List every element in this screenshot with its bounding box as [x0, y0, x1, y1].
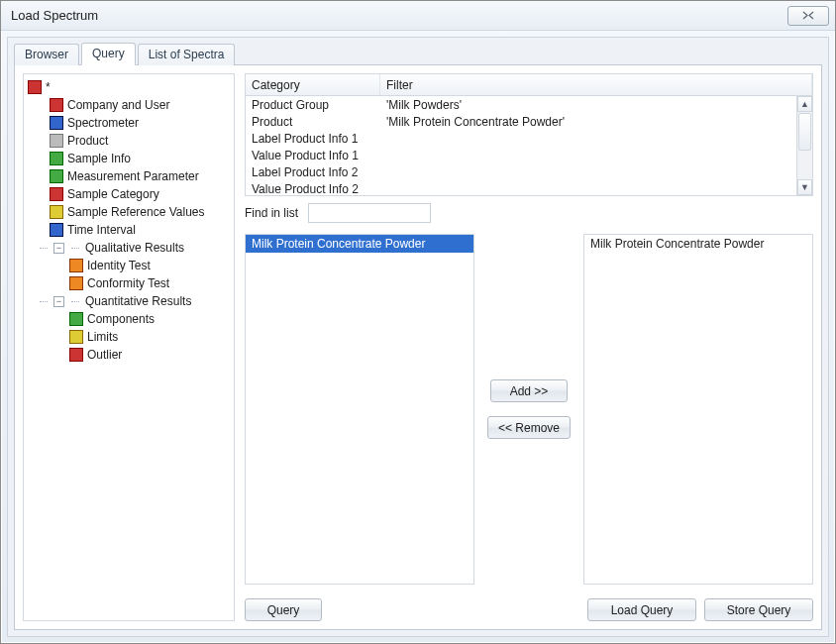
tree-item-label: Company and User — [67, 98, 169, 112]
filter-table-body: Product Group'Milk Powders'Product'Milk … — [246, 96, 796, 195]
filter-row[interactable]: Product'Milk Protein Concentrate Powder' — [246, 113, 796, 130]
filter-row[interactable]: Label Product Info 1 — [246, 130, 796, 147]
tree-group-qualitative-label: Qualitative Results — [85, 241, 184, 255]
right-pane: Category Filter Product Group'Milk Powde… — [245, 73, 813, 621]
client-area: Browser Query List of Spectra * Company … — [7, 37, 829, 637]
tree-item-icon — [69, 276, 83, 290]
scroll-down-icon[interactable]: ▼ — [797, 179, 812, 195]
filter-cell-category: Value Product Info 1 — [246, 149, 380, 162]
tree-item-icon — [69, 312, 83, 326]
list-item[interactable]: Milk Protein Concentrate Powder — [246, 235, 473, 253]
tree-item-qualitative-1[interactable]: Conformity Test — [26, 274, 232, 292]
filter-row[interactable]: Value Product Info 2 — [246, 180, 796, 195]
tree-item-label: Limits — [87, 330, 118, 344]
tabstrip: Browser Query List of Spectra — [14, 44, 822, 65]
filter-cell-filter: 'Milk Protein Concentrate Powder' — [380, 115, 796, 129]
tree-item-label: Sample Reference Values — [67, 205, 205, 219]
close-button[interactable] — [787, 6, 829, 26]
filter-table-scrollbar[interactable]: ▲ ▼ — [796, 96, 812, 195]
selected-list[interactable]: Milk Protein Concentrate Powder — [583, 234, 813, 585]
tree-item-icon — [50, 169, 63, 183]
list-item[interactable]: Milk Protein Concentrate Powder — [584, 235, 812, 253]
filter-row[interactable]: Label Product Info 2 — [246, 163, 796, 180]
find-row: Find in list — [245, 202, 813, 224]
add-button[interactable]: Add >> — [490, 379, 568, 402]
tree-item-sample-reference-values[interactable]: Sample Reference Values — [26, 203, 232, 221]
tree-item-icon — [50, 98, 63, 112]
window-title: Load Spectrum — [11, 8, 787, 23]
filter-cell-category: Value Product Info 2 — [246, 182, 380, 196]
tree-item-label: Spectrometer — [67, 116, 139, 130]
filter-cell-category: Product Group — [246, 98, 380, 112]
load-query-button[interactable]: Load Query — [587, 598, 696, 621]
tree-group-quantitative-label: Quantitative Results — [85, 294, 191, 308]
tab-browser[interactable]: Browser — [14, 44, 79, 65]
tree-item-label: Sample Category — [67, 187, 159, 201]
tree-item-icon — [50, 205, 63, 219]
tree-item-icon — [50, 116, 63, 130]
expander-minus-icon[interactable]: − — [53, 296, 64, 307]
tree-item-icon — [69, 330, 83, 344]
tree-item-product[interactable]: Product — [26, 132, 232, 150]
remove-button[interactable]: << Remove — [487, 416, 571, 439]
filter-row[interactable]: Value Product Info 1 — [246, 147, 796, 163]
tree-item-icon — [50, 152, 63, 165]
tree-item-qualitative-0[interactable]: Identity Test — [26, 257, 232, 274]
query-button[interactable]: Query — [245, 598, 322, 621]
filter-table-header: Category Filter — [246, 74, 812, 96]
tree-root[interactable]: * — [26, 78, 232, 96]
tree-item-measurement-parameter[interactable]: Measurement Parameter — [26, 167, 232, 185]
tree-item-icon — [69, 348, 83, 362]
store-query-button[interactable]: Store Query — [704, 598, 813, 621]
available-list[interactable]: Milk Protein Concentrate Powder — [245, 234, 474, 585]
tree-item-label: Conformity Test — [87, 276, 169, 290]
tree-item-icon — [69, 259, 83, 272]
filter-row[interactable]: Product Group'Milk Powders' — [246, 96, 796, 113]
filter-table: Category Filter Product Group'Milk Powde… — [245, 73, 813, 196]
scroll-up-icon[interactable]: ▲ — [797, 96, 812, 112]
tab-query[interactable]: Query — [81, 43, 136, 65]
tree-item-sample-info[interactable]: Sample Info — [26, 150, 232, 167]
expander-minus-icon[interactable]: − — [53, 243, 64, 254]
filter-cell-category: Label Product Info 1 — [246, 132, 380, 146]
scroll-track[interactable] — [797, 152, 812, 179]
filter-cell-category: Label Product Info 2 — [246, 165, 380, 179]
scroll-thumb[interactable] — [798, 113, 811, 151]
filter-cell-category: Product — [246, 115, 380, 129]
transfer-buttons: Add >> << Remove — [484, 234, 574, 585]
tree-item-label: Sample Info — [67, 152, 131, 165]
tree-item-label: Product — [67, 134, 108, 148]
tree-group-quantitative[interactable]: − Quantitative Results — [26, 292, 232, 310]
tree-item-quantitative-0[interactable]: Components — [26, 310, 232, 328]
tree-pane[interactable]: * Company and UserSpectrometerProductSam… — [23, 73, 235, 621]
tree-item-quantitative-2[interactable]: Outlier — [26, 346, 232, 364]
tree-item-label: Components — [87, 312, 155, 326]
tree-item-icon — [50, 223, 63, 237]
find-in-list-label: Find in list — [245, 206, 298, 220]
tree: * Company and UserSpectrometerProductSam… — [26, 78, 232, 364]
window: Load Spectrum Browser Query List of Spec… — [0, 0, 836, 644]
tree-item-icon — [50, 187, 63, 201]
tree-root-label: * — [46, 80, 51, 94]
close-icon — [802, 11, 814, 20]
bottom-button-row: Query Load Query Store Query — [245, 598, 813, 621]
find-in-list-input[interactable] — [308, 203, 431, 223]
tab-panel-query: * Company and UserSpectrometerProductSam… — [14, 64, 822, 630]
lists-row: Milk Protein Concentrate Powder Add >> <… — [245, 234, 813, 585]
filter-header-category[interactable]: Category — [246, 74, 380, 95]
tree-item-time-interval[interactable]: Time Interval — [26, 221, 232, 239]
tab-list-of-spectra[interactable]: List of Spectra — [138, 44, 236, 65]
book-icon — [28, 80, 42, 94]
tree-item-label: Time Interval — [67, 223, 136, 237]
tree-item-company-and-user[interactable]: Company and User — [26, 96, 232, 114]
tree-item-spectrometer[interactable]: Spectrometer — [26, 114, 232, 132]
tree-item-label: Identity Test — [87, 259, 151, 272]
tree-item-sample-category[interactable]: Sample Category — [26, 185, 232, 203]
tree-item-label: Measurement Parameter — [67, 169, 199, 183]
tree-item-label: Outlier — [87, 348, 122, 362]
titlebar: Load Spectrum — [1, 1, 835, 31]
tree-group-qualitative[interactable]: − Qualitative Results — [26, 239, 232, 257]
filter-header-filter[interactable]: Filter — [380, 74, 812, 95]
filter-cell-filter: 'Milk Powders' — [380, 98, 796, 112]
tree-item-quantitative-1[interactable]: Limits — [26, 328, 232, 346]
